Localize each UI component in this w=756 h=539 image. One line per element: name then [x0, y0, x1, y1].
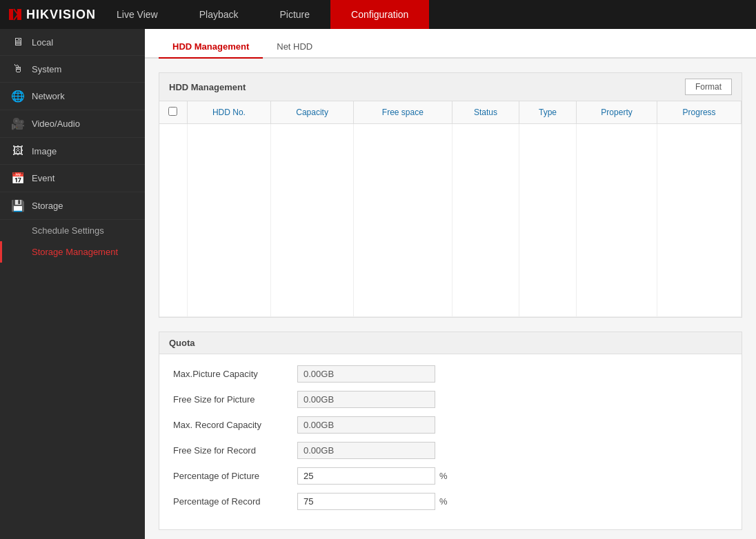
table-empty-row — [159, 124, 742, 317]
unit-percentage-record: % — [439, 496, 448, 507]
form-row-free-size-picture: Free Size for Picture — [173, 391, 728, 408]
tab-hdd-management[interactable]: HDD Management — [159, 36, 263, 59]
input-max-record-capacity — [297, 416, 435, 434]
col-free-space: Free space — [353, 101, 452, 124]
input-percentage-record[interactable] — [297, 493, 435, 510]
quota-section-header: Quota — [159, 332, 742, 354]
col-capacity: Capacity — [271, 101, 353, 124]
quota-section: Quota Max.Picture Capacity Free Size for… — [159, 332, 742, 530]
system-icon: 🖱 — [11, 63, 25, 75]
format-button[interactable]: Format — [685, 79, 732, 95]
empty-cell-5 — [452, 124, 519, 317]
col-type: Type — [519, 101, 576, 124]
sidebar-sub-storage-management[interactable]: Storage Management — [0, 241, 145, 263]
network-icon: 🌐 — [11, 90, 25, 103]
empty-cell-4 — [353, 124, 452, 317]
col-status: Status — [452, 101, 519, 124]
brand-logo: HIKVISION — [7, 6, 96, 23]
event-icon: 📅 — [11, 172, 25, 185]
quota-body: Max.Picture Capacity Free Size for Pictu… — [159, 354, 742, 529]
hdd-section-title: HDD Management — [169, 82, 246, 92]
select-all-checkbox[interactable] — [168, 107, 177, 116]
input-free-size-picture — [297, 391, 435, 408]
empty-cell-7 — [576, 124, 657, 317]
empty-cell-3 — [271, 124, 353, 317]
form-row-max-picture-capacity: Max.Picture Capacity — [173, 365, 728, 383]
image-icon: 🖼 — [11, 145, 25, 157]
nav-playback[interactable]: Playback — [179, 0, 259, 29]
video-audio-icon: 🎥 — [11, 117, 25, 130]
label-percentage-record: Percentage of Record — [173, 496, 297, 507]
select-all-checkbox-header[interactable] — [159, 101, 187, 124]
hdd-management-section: HDD Management Format HDD No. Capacity F… — [159, 72, 742, 318]
form-row-free-size-record: Free Size for Record — [173, 442, 728, 459]
hikvision-logo-icon — [7, 6, 23, 23]
page-layout: 🖥 Local 🖱 System 🌐 Network 🎥 Video/Audio… — [0, 29, 756, 539]
form-row-max-record-capacity: Max. Record Capacity — [173, 416, 728, 434]
sidebar-item-video-audio[interactable]: 🎥 Video/Audio — [0, 110, 145, 138]
empty-cell-1 — [159, 124, 187, 317]
input-percentage-picture[interactable] — [297, 467, 435, 485]
nav-live-view[interactable]: Live View — [96, 0, 179, 29]
tab-net-hdd[interactable]: Net HDD — [263, 36, 326, 59]
local-icon: 🖥 — [11, 36, 25, 48]
unit-percentage-picture: % — [439, 471, 448, 481]
storage-icon: 💾 — [11, 199, 25, 212]
label-free-size-picture: Free Size for Picture — [173, 394, 297, 405]
nav-picture[interactable]: Picture — [259, 0, 331, 29]
sidebar-item-network[interactable]: 🌐 Network — [0, 83, 145, 110]
brand-name: HIKVISION — [26, 8, 96, 22]
sidebar-item-local[interactable]: 🖥 Local — [0, 29, 145, 56]
content-area: HDD Management Format HDD No. Capacity F… — [145, 59, 756, 539]
sidebar-item-storage[interactable]: 💾 Storage — [0, 192, 145, 220]
sidebar-item-image[interactable]: 🖼 Image — [0, 138, 145, 165]
main-content: HDD Management Net HDD HDD Management Fo… — [145, 29, 756, 539]
empty-cell-8 — [657, 124, 742, 317]
label-max-record-capacity: Max. Record Capacity — [173, 420, 297, 430]
label-free-size-record: Free Size for Record — [173, 445, 297, 456]
empty-cell-2 — [187, 124, 271, 317]
input-max-picture-capacity — [297, 365, 435, 383]
hdd-section-header: HDD Management Format — [159, 73, 742, 101]
hdd-table: HDD No. Capacity Free space Status Type … — [159, 101, 742, 317]
input-free-size-record — [297, 442, 435, 459]
top-navigation: HIKVISION Live View Playback Picture Con… — [0, 0, 756, 29]
label-percentage-picture: Percentage of Picture — [173, 471, 297, 481]
sidebar-sub-schedule-settings[interactable]: Schedule Settings — [0, 220, 145, 241]
col-progress: Progress — [657, 101, 742, 124]
table-header-row: HDD No. Capacity Free space Status Type … — [159, 101, 742, 124]
label-max-picture-capacity: Max.Picture Capacity — [173, 369, 297, 379]
tabs-bar: HDD Management Net HDD — [145, 29, 756, 59]
form-row-percentage-record: Percentage of Record % — [173, 493, 728, 510]
col-property: Property — [576, 101, 657, 124]
sidebar: 🖥 Local 🖱 System 🌐 Network 🎥 Video/Audio… — [0, 29, 145, 539]
form-row-percentage-picture: Percentage of Picture % — [173, 467, 728, 485]
col-hdd-no: HDD No. — [187, 101, 271, 124]
main-nav: Live View Playback Picture Configuration — [96, 0, 429, 29]
sidebar-item-system[interactable]: 🖱 System — [0, 56, 145, 83]
sidebar-item-event[interactable]: 📅 Event — [0, 165, 145, 192]
nav-configuration[interactable]: Configuration — [330, 0, 429, 29]
empty-cell-6 — [519, 124, 576, 317]
